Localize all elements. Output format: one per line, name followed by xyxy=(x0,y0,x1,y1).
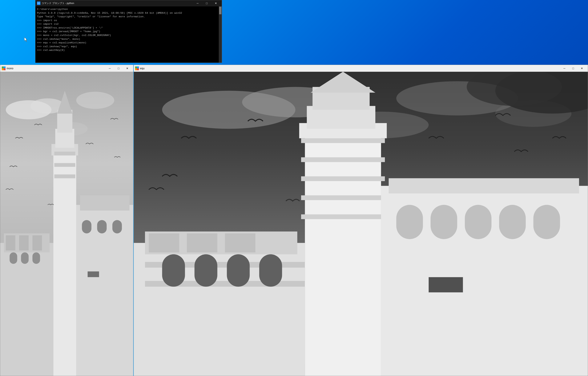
cmd-titlebar: C:\ コマンド プロンプト - python ─ □ ✕ xyxy=(35,0,222,6)
svg-rect-12 xyxy=(19,235,29,251)
cmd-maximize-button[interactable]: □ xyxy=(202,0,211,6)
svg-rect-21 xyxy=(54,174,75,178)
equ-window: equ ─ □ ✕ xyxy=(133,65,588,376)
equ-title-text: equ xyxy=(140,67,144,70)
svg-rect-19 xyxy=(54,152,75,155)
svg-rect-65 xyxy=(499,205,526,239)
cmd-scrollbar-thumb[interactable] xyxy=(219,7,221,14)
svg-rect-58 xyxy=(301,195,385,200)
svg-rect-20 xyxy=(54,163,75,167)
equ-title-left: equ xyxy=(135,66,144,70)
mono-image-area xyxy=(0,72,133,376)
svg-rect-71 xyxy=(429,277,463,292)
mono-title-text: mono xyxy=(7,67,13,70)
svg-rect-50 xyxy=(305,129,381,376)
cmd-title-text: コマンド プロンプト - python xyxy=(42,1,74,5)
svg-rect-2 xyxy=(2,68,4,70)
svg-rect-67 xyxy=(162,254,185,287)
svg-rect-70 xyxy=(259,254,282,287)
mono-window: mono ─ □ ✕ xyxy=(0,65,133,376)
svg-rect-32 xyxy=(137,66,139,68)
cmd-minimize-button[interactable]: ─ xyxy=(193,0,202,6)
svg-rect-66 xyxy=(533,205,560,239)
svg-rect-14 xyxy=(53,148,76,376)
svg-rect-11 xyxy=(6,235,15,251)
svg-rect-34 xyxy=(137,68,139,70)
svg-rect-30 xyxy=(88,272,99,277)
svg-rect-24 xyxy=(10,252,17,264)
svg-rect-64 xyxy=(465,205,492,239)
cmd-controls: ─ □ ✕ xyxy=(193,0,220,6)
svg-rect-47 xyxy=(225,233,256,252)
svg-rect-0 xyxy=(2,66,4,68)
cmd-app-icon: C:\ xyxy=(37,1,40,5)
cmd-output: C:\Users\user>python Python 3.9.9 (tags/… xyxy=(37,7,220,52)
cmd-window: C:\ コマンド プロンプト - python ─ □ ✕ C:\Users\u… xyxy=(35,0,222,63)
mono-app-icon xyxy=(2,66,6,70)
mono-image xyxy=(0,72,133,376)
svg-rect-13 xyxy=(32,235,42,251)
svg-rect-1 xyxy=(4,66,6,68)
mono-minimize-button[interactable]: ─ xyxy=(105,65,114,71)
equ-image-area xyxy=(134,72,588,376)
cmd-title-left: C:\ コマンド プロンプト - python xyxy=(37,1,74,5)
equ-close-button[interactable]: ✕ xyxy=(577,65,586,71)
svg-rect-45 xyxy=(149,233,179,252)
equ-maximize-button[interactable]: □ xyxy=(569,65,577,71)
svg-rect-62 xyxy=(396,205,423,239)
equ-minimize-button[interactable]: ─ xyxy=(560,65,569,71)
equ-titlebar: equ ─ □ ✕ xyxy=(134,65,588,72)
svg-rect-46 xyxy=(187,233,217,252)
window-divider xyxy=(133,65,134,376)
svg-rect-55 xyxy=(301,138,385,143)
svg-rect-25 xyxy=(21,252,29,264)
svg-rect-57 xyxy=(301,176,385,181)
mono-title-left: mono xyxy=(2,66,13,70)
mono-controls: ─ □ ✕ xyxy=(105,65,132,71)
svg-rect-56 xyxy=(301,157,385,162)
svg-rect-27 xyxy=(82,220,91,233)
mono-titlebar: mono ─ □ ✕ xyxy=(0,65,133,72)
svg-rect-31 xyxy=(135,66,137,68)
mono-close-button[interactable]: ✕ xyxy=(123,65,132,71)
svg-rect-3 xyxy=(4,68,6,70)
svg-rect-33 xyxy=(135,68,137,70)
svg-rect-29 xyxy=(112,220,122,233)
svg-rect-68 xyxy=(194,254,217,287)
svg-rect-59 xyxy=(301,214,385,219)
svg-rect-61 xyxy=(389,178,579,193)
cmd-content: C:\Users\user>python Python 3.9.9 (tags/… xyxy=(35,6,222,63)
equ-controls: ─ □ ✕ xyxy=(560,65,586,71)
cmd-scrollbar[interactable] xyxy=(219,6,222,63)
svg-rect-63 xyxy=(431,205,457,239)
svg-marker-72 xyxy=(24,37,27,42)
svg-rect-23 xyxy=(80,195,129,210)
svg-rect-26 xyxy=(32,252,40,264)
svg-rect-69 xyxy=(227,254,250,287)
svg-rect-28 xyxy=(97,220,107,233)
equ-app-icon xyxy=(135,66,139,70)
equ-image xyxy=(134,72,588,376)
svg-point-7 xyxy=(76,92,114,109)
mouse-cursor xyxy=(24,37,28,42)
cmd-close-button[interactable]: ✕ xyxy=(212,0,220,6)
mono-maximize-button[interactable]: □ xyxy=(114,65,123,71)
